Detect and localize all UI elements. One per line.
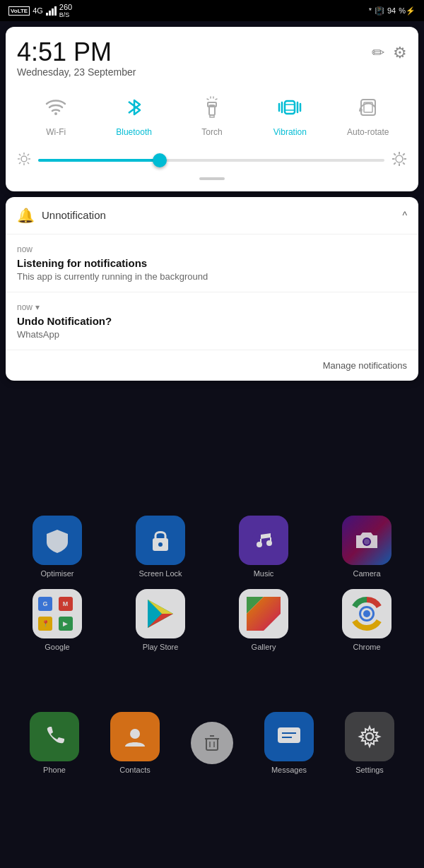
app-camera[interactable]: Camera: [321, 516, 413, 578]
dock-settings[interactable]: Settings: [345, 712, 394, 774]
notif-time-2: now ▾: [17, 302, 407, 312]
app-label-camera: Camera: [353, 569, 380, 578]
svg-line-60: [403, 153, 405, 155]
app-icon-google: G M 📍 ▶: [33, 589, 82, 638]
svg-line-58: [394, 153, 396, 155]
tile-vibration[interactable]: Vibration: [265, 92, 314, 137]
battery-value: 94: [387, 6, 396, 15]
bluetooth-status-icon: *: [369, 6, 372, 15]
tile-bluetooth[interactable]: Bluetooth: [110, 92, 159, 137]
notif-body-2: WhatsApp: [17, 329, 407, 340]
toggle-tiles: Wi-Fi Bluetooth: [17, 92, 407, 137]
app-icon-screenlock: [136, 516, 185, 565]
manage-notifications[interactable]: Manage notifications: [6, 350, 418, 381]
tile-torch-label: Torch: [201, 127, 222, 137]
vibrate-icon: 📳: [375, 6, 384, 16]
svg-line-61: [394, 162, 396, 165]
brightness-max-icon: [391, 151, 407, 170]
svg-point-44: [21, 156, 27, 162]
app-label-chrome: Chrome: [353, 643, 380, 651]
svg-rect-34: [285, 101, 295, 114]
svg-rect-26: [278, 727, 300, 743]
notif-item-1: now Listening for notifications This app…: [6, 234, 418, 292]
app-icon-camera: [342, 516, 391, 565]
svg-line-50: [28, 162, 29, 164]
torch-icon: [196, 92, 228, 123]
app-label-screenlock: Screen Lock: [139, 569, 182, 578]
settings-icon[interactable]: ⚙: [393, 44, 407, 62]
tile-autorotate-label: Auto-rotate: [347, 127, 389, 137]
qs-action-icons: ✏ ⚙: [372, 44, 407, 62]
dock-contacts[interactable]: Contacts: [110, 712, 160, 774]
svg-point-20: [130, 729, 140, 739]
svg-point-1: [158, 542, 163, 547]
svg-line-52: [19, 162, 20, 164]
app-gallery[interactable]: Gallery: [218, 589, 310, 651]
edit-icon[interactable]: ✏: [372, 44, 384, 62]
qs-datetime: 4:51 PM Wednesday, 23 September: [17, 38, 136, 78]
dock-phone[interactable]: Phone: [30, 712, 79, 774]
dock-label-messages: Messages: [271, 766, 307, 774]
svg-point-29: [366, 733, 373, 740]
quick-settings-panel: 4:51 PM Wednesday, 23 September ✏ ⚙: [6, 27, 418, 191]
app-chrome[interactable]: Chrome: [321, 589, 413, 651]
tile-torch[interactable]: Torch: [187, 92, 237, 137]
tile-wifi[interactable]: Wi-Fi: [31, 92, 81, 137]
signal-bars: [46, 6, 57, 16]
vibration-icon: [274, 92, 305, 123]
volte-badge: VoLTE: [8, 6, 30, 16]
notif-body-1: This app is currently running in the bac…: [17, 271, 407, 282]
app-icon-optimiser: [33, 516, 82, 565]
battery-icon: %⚡: [399, 6, 416, 16]
app-screenlock[interactable]: Screen Lock: [114, 516, 206, 578]
app-icon-chrome: [342, 589, 391, 638]
svg-point-53: [396, 155, 403, 162]
wifi-icon: [40, 92, 71, 123]
dock-messages[interactable]: Messages: [264, 712, 314, 774]
dropdown-chevron[interactable]: ▾: [35, 302, 40, 312]
autorotate-icon: [353, 92, 384, 123]
app-music[interactable]: Music: [218, 516, 310, 578]
svg-point-30: [54, 112, 57, 115]
dock-icon-contacts: [110, 712, 160, 761]
svg-rect-21: [206, 739, 218, 750]
notif-header-chevron: ^: [402, 210, 407, 221]
app-playstore[interactable]: Play Store: [114, 589, 206, 651]
status-bar: VoLTE 4G 260 B/S * 📳 94 %⚡: [0, 0, 424, 21]
tile-wifi-label: Wi-Fi: [46, 127, 66, 137]
network-type: 4G: [33, 6, 43, 15]
notif-header-icon: 🔔: [17, 207, 35, 224]
app-google[interactable]: G M 📍 ▶ Google: [11, 589, 103, 651]
app-label-optimiser: Optimiser: [40, 569, 73, 578]
qs-handle-bar: [199, 177, 225, 180]
app-label-google: Google: [45, 643, 69, 651]
tile-autorotate[interactable]: Auto-rotate: [343, 92, 393, 137]
svg-point-8: [364, 539, 370, 545]
app-icon-gallery: [239, 589, 288, 638]
dock-label-settings: Settings: [355, 766, 384, 774]
brightness-min-icon: [17, 152, 31, 169]
network-speed: 260 B/S: [59, 3, 72, 18]
dock-icon-settings: [345, 712, 394, 761]
svg-rect-33: [210, 115, 214, 117]
status-left: VoLTE 4G 260 B/S: [8, 3, 72, 18]
dock-delete[interactable]: [191, 722, 233, 764]
notification-panel: 🔔 Unnotification ^ now Listening for not…: [6, 197, 418, 381]
speed-value: 260: [59, 3, 72, 11]
svg-line-59: [403, 162, 405, 165]
qs-header: 4:51 PM Wednesday, 23 September ✏ ⚙: [17, 38, 407, 78]
dock-icon-messages: [264, 712, 314, 761]
notif-title-1: Listening for notifications: [17, 257, 407, 269]
app-optimiser[interactable]: Optimiser: [11, 516, 103, 578]
brightness-slider[interactable]: [38, 159, 384, 162]
speed-unit: B/S: [59, 11, 72, 18]
notif-time-1: now: [17, 244, 407, 254]
svg-point-19: [363, 610, 370, 617]
notif-title-2: Undo Notification?: [17, 315, 407, 327]
app-label-playstore: Play Store: [143, 643, 179, 651]
bluetooth-icon: [119, 92, 150, 123]
dock-label-contacts: Contacts: [119, 766, 150, 774]
notif-header[interactable]: 🔔 Unnotification ^: [6, 197, 418, 234]
brightness-row: [17, 151, 407, 170]
svg-line-49: [19, 154, 20, 155]
